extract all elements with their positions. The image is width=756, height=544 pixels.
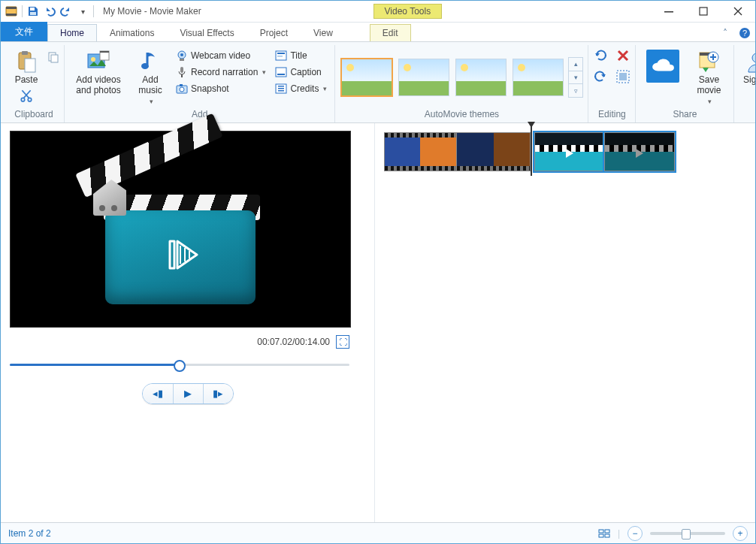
snapshot-button[interactable]: Snapshot: [173, 81, 269, 96]
select-all-button[interactable]: [615, 69, 631, 84]
group-share: Save movie Share: [635, 45, 733, 122]
svg-rect-49: [599, 534, 603, 537]
tab-home[interactable]: Home: [47, 24, 97, 41]
svg-point-17: [91, 57, 95, 62]
play-button[interactable]: ▶: [173, 384, 203, 403]
automovie-theme-2[interactable]: [398, 59, 449, 96]
svg-rect-3: [30, 8, 35, 11]
remove-button[interactable]: [615, 48, 631, 63]
group-label-share: Share: [640, 107, 729, 122]
rotate-right-button[interactable]: [593, 69, 608, 84]
svg-rect-37: [278, 90, 284, 92]
window-controls: [652, 1, 755, 22]
save-movie-button[interactable]: Save movie: [688, 48, 729, 107]
tab-view[interactable]: View: [301, 24, 346, 41]
svg-rect-5: [664, 11, 673, 13]
transport-controls: ◂▮ ▶ ▮▸: [142, 383, 234, 404]
svg-rect-32: [276, 68, 286, 77]
preview-pane: 00:07.02/00:14.00 ⛶ ◂▮ ▶ ▮▸: [1, 123, 375, 522]
record-narration-button[interactable]: Record narration: [173, 65, 269, 80]
svg-rect-28: [180, 84, 183, 86]
snapshot-icon: [176, 83, 188, 95]
svg-rect-39: [619, 73, 627, 80]
copy-button[interactable]: [47, 51, 59, 63]
svg-rect-4: [30, 12, 36, 15]
redo-icon[interactable]: [60, 5, 72, 17]
zoom-slider[interactable]: [650, 532, 725, 535]
add-videos-photos-button[interactable]: Add videos and photos: [69, 48, 128, 98]
add-videos-photos-label: Add videos and photos: [71, 75, 126, 96]
automovie-theme-4[interactable]: [513, 59, 564, 96]
cut-button[interactable]: [8, 89, 44, 104]
timeline-clip-2[interactable]: [456, 132, 531, 171]
prev-frame-button[interactable]: ◂▮: [143, 384, 173, 403]
sign-in-button[interactable]: Sign in: [739, 48, 756, 87]
svg-rect-6: [700, 8, 707, 15]
svg-rect-15: [51, 55, 58, 62]
webcam-video-button[interactable]: Webcam video: [173, 48, 269, 63]
tab-animations[interactable]: Animations: [97, 24, 167, 41]
tab-project[interactable]: Project: [247, 24, 301, 41]
rotate-left-button[interactable]: [593, 48, 608, 63]
timeline-pane[interactable]: [375, 123, 755, 522]
svg-rect-11: [25, 59, 35, 72]
timeline-clip-1[interactable]: [384, 132, 457, 171]
timeline-track[interactable]: [384, 131, 746, 173]
svg-rect-35: [278, 86, 284, 87]
paste-label: Paste: [15, 75, 38, 86]
ribbon: Paste Clipboard Add videos and photos: [1, 42, 755, 123]
timeline-playhead[interactable]: [531, 126, 532, 176]
preview-monitor[interactable]: [10, 131, 351, 328]
group-signin: Sign in: [733, 45, 756, 122]
tab-edit[interactable]: Edit: [370, 24, 411, 41]
title-bar: ▾ My Movie - Movie Maker Video Tools: [1, 1, 755, 23]
svg-point-43: [752, 53, 756, 62]
svg-rect-31: [277, 56, 283, 57]
credits-button[interactable]: Credits: [272, 81, 330, 96]
timeline-clip-3[interactable]: [534, 132, 605, 171]
zoom-out-button[interactable]: −: [627, 526, 643, 541]
svg-rect-36: [278, 88, 284, 89]
share-onedrive-button[interactable]: [640, 48, 685, 84]
svg-rect-2: [6, 14, 17, 16]
svg-rect-1: [6, 7, 17, 9]
fullscreen-button[interactable]: ⛶: [336, 335, 349, 349]
help-icon[interactable]: ?: [739, 27, 751, 39]
tab-visual-effects[interactable]: Visual Effects: [167, 24, 246, 41]
group-automovie: ▴ ▾ ▿ AutoMovie themes: [334, 45, 588, 122]
seek-bar[interactable]: [10, 359, 349, 370]
credits-icon: [275, 83, 287, 95]
collapse-ribbon-icon[interactable]: ˄: [719, 27, 731, 39]
close-button[interactable]: [721, 1, 755, 22]
contextual-tab-group-video-tools: Video Tools: [373, 4, 443, 19]
title-button[interactable]: Title: [272, 48, 330, 63]
tab-file[interactable]: 文件: [1, 22, 47, 41]
add-music-button[interactable]: Add music: [131, 48, 170, 107]
paste-button[interactable]: Paste: [8, 48, 44, 87]
timeline-clip-4[interactable]: [604, 132, 675, 171]
svg-rect-47: [599, 530, 603, 533]
next-frame-button[interactable]: ▮▸: [203, 384, 233, 403]
qat-customize-icon[interactable]: ▾: [77, 5, 89, 17]
svg-point-27: [180, 87, 184, 92]
view-thumbnails-icon[interactable]: [598, 527, 610, 539]
automovie-expand[interactable]: ▿: [569, 84, 582, 97]
workspace: 00:07.02/00:14.00 ⛶ ◂▮ ▶ ▮▸: [1, 123, 755, 522]
caption-button[interactable]: Caption: [272, 65, 330, 80]
svg-rect-33: [277, 74, 285, 75]
maximize-button[interactable]: [686, 1, 721, 22]
automovie-scroll-up[interactable]: ▴: [569, 58, 582, 71]
automovie-scroll-down[interactable]: ▾: [569, 71, 582, 85]
group-editing: Editing: [588, 45, 635, 122]
svg-point-12: [21, 98, 25, 101]
save-icon[interactable]: [27, 5, 39, 17]
undo-icon[interactable]: [44, 5, 56, 17]
microphone-icon: [176, 66, 188, 78]
automovie-gallery-nav: ▴ ▾ ▿: [568, 57, 583, 98]
zoom-in-button[interactable]: +: [733, 526, 748, 541]
automovie-theme-3[interactable]: [455, 59, 507, 96]
title-icon: [275, 50, 287, 62]
automovie-theme-1[interactable]: [341, 59, 392, 96]
quick-access-toolbar: ▾: [1, 5, 98, 17]
minimize-button[interactable]: [652, 1, 686, 22]
